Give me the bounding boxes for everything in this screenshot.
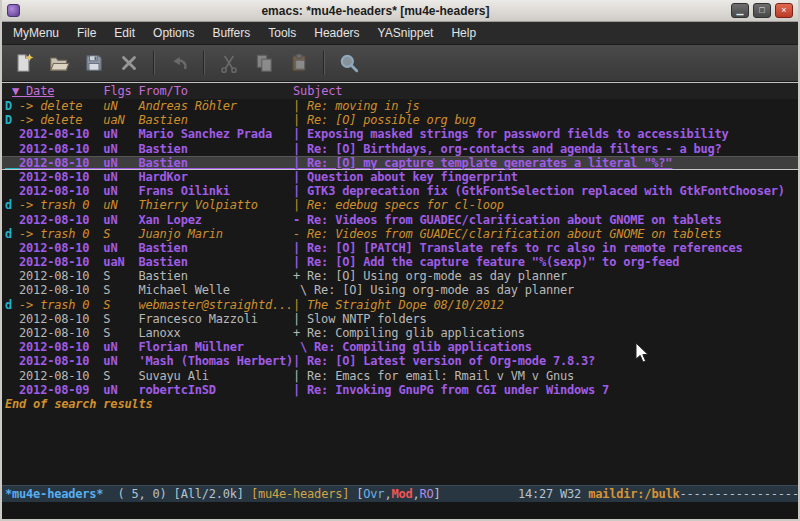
copy-icon <box>253 52 275 74</box>
message-row[interactable]: 2012-08-10 uaN Bastien | Re: [O] Add the… <box>5 255 798 269</box>
mark-indicator <box>5 369 19 383</box>
menu-yasnippet[interactable]: YASnippet <box>369 22 443 44</box>
message-row[interactable]: 2012-08-10 uN Bastien | Re: [O] my captu… <box>2 156 798 170</box>
message-line: 2012-08-10 uN Bastien | Re: [O] [PATCH] … <box>19 241 743 255</box>
message-row[interactable]: d -> trash 0 S Juanjo Marin - Re: Videos… <box>5 227 798 241</box>
mark-indicator: d <box>5 198 19 212</box>
menu-mymenu[interactable]: MyMenu <box>4 22 68 44</box>
message-line: -> trash 0 uN Thierry Volpiatto | Re: ed… <box>19 198 504 212</box>
menu-tools[interactable]: Tools <box>259 22 305 44</box>
modeline-segment-ro: RO <box>420 487 434 501</box>
save-icon <box>83 52 105 74</box>
message-row[interactable]: D -> delete uaN Bastien | Re: [O] possib… <box>5 113 798 127</box>
menu-edit[interactable]: Edit <box>105 22 144 44</box>
mark-indicator: d <box>5 298 19 312</box>
column-header-date[interactable]: ▼ Date <box>12 84 54 98</box>
end-of-results-marker: End of search results <box>5 397 798 411</box>
undo-icon <box>168 52 190 74</box>
message-line: -> trash 0 S webmaster@straightd...| The… <box>19 298 504 312</box>
message-row[interactable]: 2012-08-10 uN Mario Sanchez Prada | Expo… <box>5 127 798 141</box>
toolbar-close-button[interactable] <box>113 48 145 78</box>
column-header-subject[interactable]: Subject <box>293 84 342 98</box>
message-line: 2012-08-10 S Michael Welle \ Re: [O] Usi… <box>19 283 574 297</box>
modeline-segment-plain: [ <box>349 487 363 501</box>
close-icon <box>118 52 140 74</box>
emacs-window: emacs: *mu4e-headers* [mu4e-headers] ▁□×… <box>0 0 800 521</box>
mode-line[interactable]: *mu4e-headers* ( 5, 0) [All/2.0k] [mu4e-… <box>2 485 798 502</box>
message-row[interactable]: 2012-08-10 uN HardKor | Question about k… <box>5 170 798 184</box>
message-line: 2012-08-09 uN robertcInSD | Re: Invoking… <box>19 383 609 397</box>
new-file-icon <box>13 52 35 74</box>
message-row[interactable]: D -> delete uN Andreas Röhler | Re: movi… <box>5 99 798 113</box>
message-line: 2012-08-10 uN Mario Sanchez Prada | Expo… <box>19 127 729 141</box>
modeline-segment-plain: 14:27 W32 <box>518 487 588 501</box>
menu-help[interactable]: Help <box>442 22 485 44</box>
headers-header-line: ▼ Date Flgs From/To Subject <box>2 83 798 99</box>
spacer <box>131 84 138 98</box>
toolbar-search-button[interactable] <box>333 48 365 78</box>
toolbar-new-file-button[interactable] <box>8 48 40 78</box>
mark-indicator <box>5 127 19 141</box>
menu-options[interactable]: Options <box>144 22 203 44</box>
search-icon <box>338 52 360 74</box>
message-row[interactable]: d -> trash 0 uN Thierry Volpiatto | Re: … <box>5 198 798 212</box>
message-line: 2012-08-10 uN Xan Lopez - Re: Videos fro… <box>19 213 721 227</box>
mark-indicator: D <box>5 99 19 113</box>
mark-indicator <box>5 184 19 198</box>
modeline-segment-plain: ] <box>434 487 441 501</box>
toolbar-separator <box>203 51 205 75</box>
message-row[interactable]: 2012-08-10 S Michael Welle \ Re: [O] Usi… <box>5 283 798 297</box>
mark-indicator <box>5 269 19 283</box>
message-row[interactable]: 2012-08-10 uN Bastien | Re: [O] [PATCH] … <box>5 241 798 255</box>
mark-indicator: d <box>5 227 19 241</box>
maximize-button[interactable]: □ <box>753 3 771 18</box>
mark-indicator <box>5 283 19 297</box>
menu-file[interactable]: File <box>68 22 105 44</box>
toolbar-separator <box>153 51 155 75</box>
column-header-flags[interactable]: Flgs <box>103 84 131 98</box>
modeline-segment-mode: [mu4e-headers] <box>251 487 349 501</box>
message-row[interactable]: 2012-08-10 S Francesco Mazzoli | Slow NN… <box>5 312 798 326</box>
menu-headers[interactable]: Headers <box>305 22 368 44</box>
spacer <box>188 84 293 98</box>
minimize-button[interactable]: ▁ <box>731 3 749 18</box>
message-line: 2012-08-10 uN Bastien | Re: [O] my captu… <box>19 156 672 170</box>
mark-indicator <box>5 156 19 170</box>
echo-area[interactable] <box>2 502 798 519</box>
message-line: -> delete uaN Bastien | Re: [O] possible… <box>19 113 476 127</box>
message-row[interactable]: 2012-08-10 uN Florian Müllner \ Re: Comp… <box>5 340 798 354</box>
message-row[interactable]: 2012-08-10 uN Bastien | Re: [O] Birthday… <box>5 142 798 156</box>
message-row[interactable]: 2012-08-10 uN Xan Lopez - Re: Videos fro… <box>5 213 798 227</box>
message-row[interactable]: 2012-08-10 S Suvayu Ali | Re: Emacs for … <box>5 369 798 383</box>
window-controls: ▁□× <box>731 3 793 18</box>
message-row[interactable]: 2012-08-09 uN robertcInSD | Re: Invoking… <box>5 383 798 397</box>
message-row[interactable]: 2012-08-10 S Lanoxx + Re: Compiling glib… <box>5 326 798 340</box>
message-line: 2012-08-10 S Francesco Mazzoli | Slow NN… <box>19 312 426 326</box>
toolbar-open-file-button[interactable] <box>43 48 75 78</box>
toolbar <box>2 45 798 82</box>
mark-indicator <box>5 213 19 227</box>
cut-icon <box>218 52 240 74</box>
toolbar-separator <box>323 51 325 75</box>
message-row[interactable]: d -> trash 0 S webmaster@straightd...| T… <box>5 298 798 312</box>
menu-buffers[interactable]: Buffers <box>203 22 259 44</box>
modeline-segment-mod: Mod <box>391 487 412 501</box>
message-line: -> delete uN Andreas Röhler | Re: moving… <box>19 99 419 113</box>
message-row[interactable]: 2012-08-10 uN Frans Oilinki | GTK3 depre… <box>5 184 798 198</box>
close-button[interactable]: × <box>775 3 793 18</box>
message-line: 2012-08-10 S Bastien + Re: [O] Using org… <box>19 269 567 283</box>
toolbar-save-button[interactable] <box>78 48 110 78</box>
modeline-segment-ovr: Ovr <box>363 487 384 501</box>
toolbar-paste-button <box>283 48 315 78</box>
titlebar[interactable]: emacs: *mu4e-headers* [mu4e-headers] ▁□× <box>2 0 798 22</box>
column-header-from[interactable]: From/To <box>139 84 188 98</box>
message-row[interactable]: 2012-08-10 uN 'Mash (Thomas Herbert)| Re… <box>5 354 798 368</box>
mark-indicator <box>5 312 19 326</box>
mark-indicator <box>5 142 19 156</box>
message-line: -> trash 0 S Juanjo Marin - Re: Videos f… <box>19 227 721 241</box>
message-row[interactable]: 2012-08-10 S Bastien + Re: [O] Using org… <box>5 269 798 283</box>
mark-indicator <box>5 170 19 184</box>
mark-indicator <box>5 255 19 269</box>
menu-bar: MyMenuFileEditOptionsBuffersToolsHeaders… <box>2 22 798 45</box>
message-line: 2012-08-10 uN 'Mash (Thomas Herbert)| Re… <box>19 354 595 368</box>
